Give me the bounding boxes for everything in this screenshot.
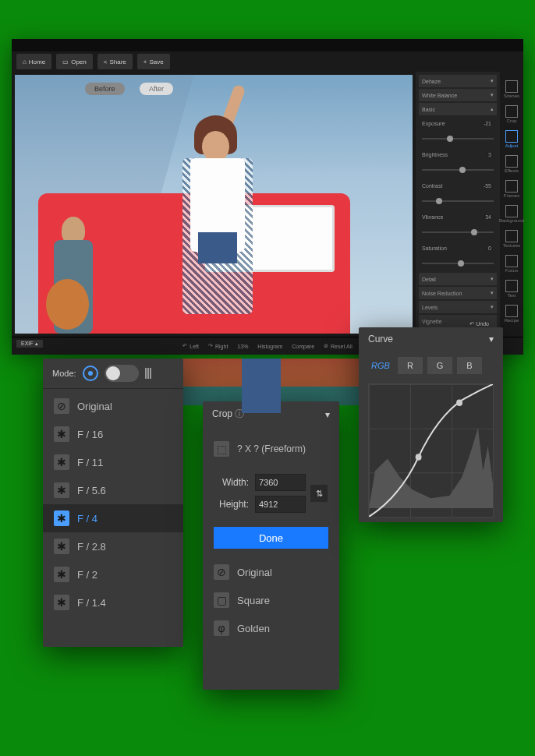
home-label: Home bbox=[29, 58, 45, 65]
compare-button[interactable]: Compare bbox=[292, 344, 314, 349]
svg-point-1 bbox=[456, 400, 462, 407]
crop-presets-list: ⊘Original▢SquareφGolden bbox=[214, 558, 328, 642]
open-button[interactable]: ▭ Open bbox=[56, 54, 93, 69]
crop-preset-item[interactable]: φGolden bbox=[214, 614, 328, 642]
image-canvas[interactable]: Before After bbox=[15, 75, 413, 334]
vibrance-value: 34 bbox=[483, 214, 494, 220]
aperture-item[interactable]: ✱F / 2.8 bbox=[43, 532, 183, 560]
open-label: Open bbox=[71, 58, 87, 65]
crop-preset-item[interactable]: ⊘Original bbox=[214, 558, 328, 586]
scenes-icon bbox=[505, 80, 518, 93]
width-label: Width: bbox=[214, 477, 249, 488]
aperture-icon: ✱ bbox=[54, 454, 69, 470]
editor-content: Before After Dehaze▾ White Balance▾ Basi… bbox=[12, 72, 523, 337]
vibrance-slider[interactable] bbox=[419, 224, 497, 240]
tool-recipe[interactable]: Recipe bbox=[500, 301, 523, 326]
aperture-item[interactable]: ✱F / 4 bbox=[43, 504, 183, 532]
aperture-item[interactable]: ✱F / 11 bbox=[43, 448, 183, 476]
preset-icon: ⊘ bbox=[214, 564, 229, 580]
brightness-slider[interactable] bbox=[419, 162, 497, 178]
rotate-right-button[interactable]: ↷ Right bbox=[208, 343, 228, 349]
detail-row[interactable]: Detail▾ bbox=[419, 273, 497, 285]
crop-freeform[interactable]: ⬚? X ? (Freeform) bbox=[214, 435, 328, 463]
tool-background[interactable]: Background bbox=[500, 201, 523, 226]
aperture-icon: ⊘ bbox=[54, 398, 69, 414]
curve-header: Curve▾ bbox=[359, 327, 503, 351]
wb-row[interactable]: White Balance▾ bbox=[419, 89, 497, 101]
aperture-item[interactable]: ✱F / 2 bbox=[43, 560, 183, 588]
curve-panel: Curve▾ RGBRGB bbox=[359, 327, 503, 522]
done-button[interactable]: Done bbox=[214, 527, 328, 549]
effects-icon bbox=[505, 155, 518, 168]
reset-button[interactable]: ⊘ Reset All bbox=[324, 343, 353, 349]
swap-dimensions-button[interactable]: ⇅ bbox=[310, 485, 328, 502]
after-badge: After bbox=[140, 83, 173, 95]
histogram-button[interactable]: Histogram bbox=[257, 344, 282, 349]
window-titlebar bbox=[12, 39, 523, 51]
width-input[interactable] bbox=[255, 474, 306, 491]
curve-tabs: RGBRGB bbox=[359, 351, 503, 380]
basic-row[interactable]: Basic▴ bbox=[419, 103, 497, 115]
curve-tab[interactable]: B bbox=[457, 357, 482, 374]
mode-toggle[interactable] bbox=[105, 365, 139, 382]
aperture-item[interactable]: ⊘Original bbox=[43, 392, 183, 420]
rotate-left-button[interactable]: ↶ Left bbox=[182, 343, 199, 349]
share-button[interactable]: < Share bbox=[97, 54, 133, 69]
save-label: Save bbox=[149, 58, 163, 65]
chevron-down-icon[interactable]: ▾ bbox=[489, 334, 494, 344]
mode-linear-icon[interactable] bbox=[145, 368, 151, 379]
dehaze-row[interactable]: Dehaze▾ bbox=[419, 75, 497, 87]
contrast-slider[interactable] bbox=[419, 193, 497, 209]
mode-label: Mode: bbox=[52, 369, 76, 378]
aperture-item[interactable]: ✱F / 16 bbox=[43, 420, 183, 448]
curve-editor[interactable] bbox=[368, 383, 494, 518]
tool-adjust[interactable]: Adjust bbox=[500, 126, 523, 151]
textures-icon bbox=[505, 230, 518, 242]
save-button[interactable]: + Save bbox=[137, 54, 170, 69]
tool-strip: Scenes Crop Adjust Effects Frames Backgr… bbox=[500, 72, 523, 337]
mode-radial-icon[interactable] bbox=[83, 366, 98, 381]
zoom-display[interactable]: 13% bbox=[237, 344, 248, 349]
aperture-icon: ✱ bbox=[54, 482, 69, 498]
aperture-list: ⊘Original✱F / 16✱F / 11✱F / 5.6✱F / 4✱F … bbox=[43, 389, 183, 620]
exposure-slider[interactable] bbox=[419, 131, 497, 147]
svg-point-0 bbox=[416, 454, 422, 461]
curve-tab[interactable]: G bbox=[427, 357, 452, 374]
background-icon bbox=[505, 205, 518, 217]
curve-tab[interactable]: R bbox=[398, 357, 423, 374]
main-toolbar: ⌂ Home ▭ Open < Share + Save bbox=[12, 51, 523, 72]
curve-tab[interactable]: RGB bbox=[368, 357, 393, 374]
aperture-icon: ✱ bbox=[54, 567, 69, 582]
aperture-icon: ✱ bbox=[54, 426, 69, 442]
contrast-value: -55 bbox=[481, 183, 494, 189]
home-button[interactable]: ⌂ Home bbox=[16, 54, 51, 69]
height-label: Height: bbox=[214, 499, 249, 510]
saturation-slider[interactable] bbox=[419, 256, 497, 271]
aperture-panel: Mode: ⊘Original✱F / 16✱F / 11✱F / 5.6✱F … bbox=[43, 359, 183, 647]
aperture-icon: ✱ bbox=[54, 595, 69, 610]
frames-icon bbox=[505, 180, 518, 193]
photo-person-dancing bbox=[171, 100, 264, 334]
crop-preset-item[interactable]: ▢Square bbox=[214, 586, 328, 614]
aperture-icon: ✱ bbox=[54, 539, 69, 554]
tool-text[interactable]: Text bbox=[500, 276, 523, 301]
exif-button[interactable]: EXIF ▴ bbox=[16, 340, 43, 348]
tool-focus[interactable]: Focus bbox=[500, 251, 523, 276]
tool-effects[interactable]: Effects bbox=[500, 151, 523, 176]
focus-icon bbox=[505, 255, 518, 267]
photo-person-guitar bbox=[46, 193, 101, 334]
photo-editor-window: ⌂ Home ▭ Open < Share + Save Before Afte… bbox=[12, 39, 523, 351]
tool-crop[interactable]: Crop bbox=[500, 101, 523, 126]
saturation-value: 0 bbox=[486, 246, 494, 251]
aperture-item[interactable]: ✱F / 5.6 bbox=[43, 476, 183, 504]
chevron-down-icon[interactable]: ▾ bbox=[325, 409, 330, 420]
freeform-icon: ⬚ bbox=[214, 441, 229, 457]
levels-row[interactable]: Levels▾ bbox=[419, 301, 497, 313]
aperture-item[interactable]: ✱F / 1.4 bbox=[43, 588, 183, 616]
noise-row[interactable]: Noise Reduction▾ bbox=[419, 287, 497, 299]
share-label: Share bbox=[109, 58, 126, 65]
height-input[interactable] bbox=[255, 496, 306, 513]
tool-scenes[interactable]: Scenes bbox=[500, 76, 523, 101]
tool-textures[interactable]: Textures bbox=[500, 226, 523, 251]
tool-frames[interactable]: Frames bbox=[500, 176, 523, 201]
